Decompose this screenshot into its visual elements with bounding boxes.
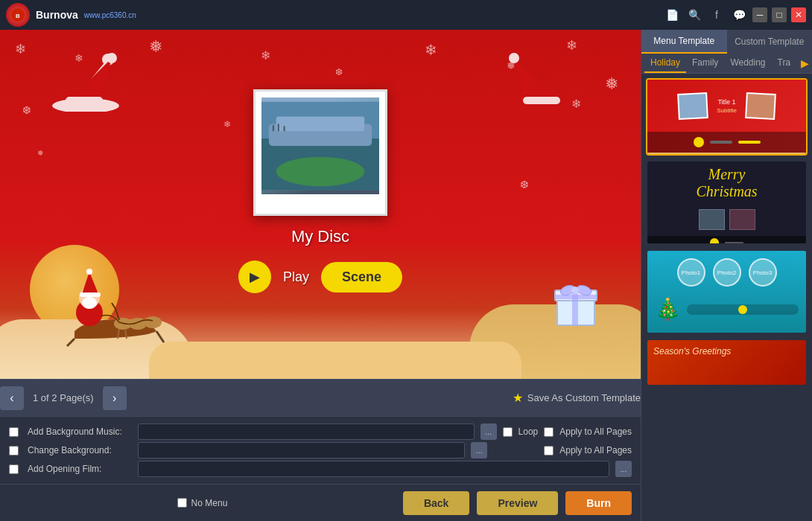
opening-film-row: Add Opening Film: ... [9,461,632,477]
titlebar-left: B Burnova www.pc6360.cn [6,3,136,27]
template-item-1[interactable]: Title 1 Subtitle [646,78,808,156]
app-title: Burnova [36,9,78,21]
apply-all-checkbox-2[interactable] [544,446,554,456]
template-preview-2: MerryChristmas [647,162,806,243]
apply-all-group-1: Apply to All Pages [544,426,632,437]
no-menu-group: No Menu [177,498,228,508]
action-buttons: ▶ Play Scene [238,260,402,293]
tpl2-text: MerryChristmas [647,162,806,206]
cat-tab-wedding[interactable]: Wedding [724,54,771,73]
opening-film-label: Add Opening Film: [28,464,132,474]
facebook-icon-btn[interactable]: f [708,6,726,24]
play-label: Play [283,269,309,285]
svg-rect-33 [555,295,597,299]
svg-marker-8 [514,58,559,103]
template-preview-3: Photo1 Photo2 Photo3 🎄 [647,251,806,333]
opening-film-input[interactable] [138,461,609,477]
bg-music-checkbox[interactable] [9,427,19,437]
snowflake: ❄ [425,41,437,59]
no-menu-label: No Menu [191,498,228,508]
snowflake: ❆ [22,104,31,116]
change-bg-label: Change Background: [28,445,132,456]
santa-scene [15,249,186,357]
snowflake: ❅ [37,149,43,157]
pagination-controls: ‹ 1 of 2 Page(s) › ★ Save As Custom Temp… [0,379,641,416]
back-button[interactable]: Back [403,491,469,515]
svg-point-36 [571,287,579,294]
svg-rect-17 [278,124,279,131]
minimize-button[interactable]: ─ [752,7,767,22]
doc-icon-btn[interactable]: 📄 [663,6,681,24]
template-item-4[interactable]: Season's Greetings [646,339,808,386]
cat-tab-family[interactable]: Family [686,54,724,73]
category-more-icon[interactable]: ▶ [801,57,809,69]
main-layout: ❄ ❄ ❅ ❄ ❆ ❄ ❅ ❄ ❅ ❆ ❄ ❄ ❅ ❆ [0,30,812,521]
templates-list: Title 1 Subtitle [641,74,812,521]
template-preview-1: Title 1 Subtitle [647,80,806,154]
scene-button[interactable]: Scene [321,262,402,293]
chat-icon-btn[interactable]: 💬 [730,6,748,24]
save-template-button[interactable]: ★ Save As Custom Template [513,391,641,405]
action-bar: No Menu Back Preview Burn [0,484,641,521]
template-type-tabs: Menu Template Custom Template [641,30,812,54]
bg-music-input[interactable] [138,423,475,440]
play-button[interactable]: ▶ [238,260,271,293]
cloud-mid [149,342,521,379]
bg-music-label: Add Background Music: [28,426,132,437]
titlebar-right: 📄 🔍 f 💬 ─ □ ✕ [663,6,806,24]
settings-bar: Add Background Music: ... Loop Apply to … [0,416,641,484]
svg-point-27 [144,316,162,328]
snowflake: ❆ [520,179,529,191]
app-logo: B [6,3,30,27]
change-bg-browse-button[interactable]: ... [471,442,487,458]
svg-rect-22 [80,293,101,297]
snowflake: ❅ [605,74,618,94]
apply-all-checkbox-1[interactable] [544,427,554,437]
snowflake: ❄ [15,41,26,57]
cat-tab-travel[interactable]: Tra [772,54,797,73]
close-button[interactable]: ✕ [791,7,806,22]
snowflake: ❆ [335,67,343,77]
stamp-inner [261,98,379,194]
opening-film-browse-button[interactable]: ... [615,461,632,477]
svg-point-15 [276,157,365,187]
left-panel: ❄ ❄ ❅ ❄ ❆ ❄ ❅ ❄ ❅ ❆ ❄ ❄ ❅ ❆ [0,30,641,521]
next-page-button[interactable]: › [103,386,127,410]
titlebar: B Burnova www.pc6360.cn 📄 🔍 f 💬 ─ □ ✕ [0,0,812,30]
change-bg-input[interactable] [138,442,465,458]
svg-point-9 [509,53,519,63]
maximize-button[interactable]: □ [772,7,787,22]
snowflake: ❄ [566,37,577,54]
template-item-3[interactable]: Photo1 Photo2 Photo3 🎄 [646,249,808,334]
burn-button[interactable]: Burn [565,491,632,515]
loop-checkbox[interactable] [503,427,513,437]
tab-menu-template[interactable]: Menu Template [641,30,727,54]
tab-custom-template[interactable]: Custom Template [727,30,813,54]
star-icon: ★ [513,391,523,405]
svg-rect-10 [523,97,560,104]
svg-rect-18 [284,126,285,131]
opening-film-checkbox[interactable] [9,464,19,474]
loop-group: Loop [503,426,539,437]
xmas-background: ❄ ❄ ❅ ❄ ❆ ❄ ❅ ❄ ❅ ❆ ❄ ❄ ❅ ❆ [0,30,641,379]
watermark: www.pc6360.cn [84,11,136,19]
search-icon-btn[interactable]: 🔍 [685,6,703,24]
prev-page-button[interactable]: ‹ [0,386,24,410]
no-menu-checkbox[interactable] [177,498,187,508]
svg-rect-7 [66,97,103,104]
svg-text:B: B [16,13,20,19]
bg-music-row: Add Background Music: ... Loop Apply to … [9,423,632,440]
svg-point-6 [107,53,117,63]
disc-title: My Disc [291,227,349,246]
tpl2-photos [647,206,806,233]
cat-tab-holiday[interactable]: Holiday [644,54,686,73]
bg-music-browse-button[interactable]: ... [480,423,497,440]
change-bg-checkbox[interactable] [9,446,19,456]
svg-rect-16 [273,125,274,131]
snowflake: ❄ [261,48,270,63]
apply-all-group-2: Apply to All Pages [544,445,632,456]
preview-button[interactable]: Preview [477,491,558,515]
snowflake: ❄ [223,119,231,130]
template-item-2[interactable]: MerryChristmas [646,160,808,245]
change-bg-row: Change Background: ... Apply to All Page… [9,442,632,458]
